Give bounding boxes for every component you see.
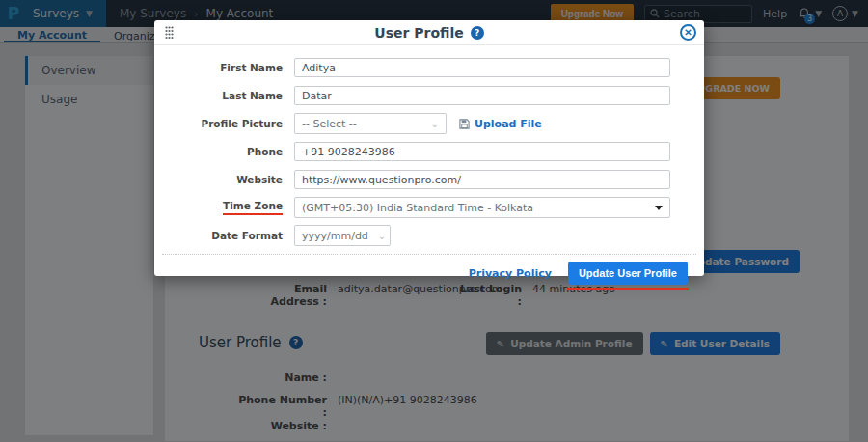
website-label: Website xyxy=(154,174,283,185)
time-zone-label: Time Zone xyxy=(154,200,283,215)
close-icon[interactable]: ✕ xyxy=(680,24,696,41)
modal-footer: Privacy Policy Update User Profile xyxy=(162,254,696,285)
phone-label: Phone xyxy=(154,146,283,157)
phone-input[interactable] xyxy=(294,142,670,161)
chevron-down-icon: ⌄ xyxy=(431,119,439,129)
update-user-profile-button[interactable]: Update User Profile xyxy=(568,262,688,285)
last-name-input[interactable] xyxy=(294,86,670,105)
modal-header: User Profile ? ✕ xyxy=(154,20,704,45)
date-format-select[interactable]: yyyy/mm/dd ⌄ xyxy=(294,225,391,246)
privacy-policy-link[interactable]: Privacy Policy xyxy=(469,267,552,280)
chevron-down-icon: ⌄ xyxy=(378,231,386,241)
help-icon[interactable]: ? xyxy=(471,26,484,40)
user-profile-modal: User Profile ? ✕ First Name Last Name Pr… xyxy=(154,20,704,276)
user-profile-form: First Name Last Name Profile Picture -- … xyxy=(154,45,704,245)
time-zone-select[interactable]: (GMT+05:30) India Standard Time - Kolkat… xyxy=(294,197,670,218)
date-format-label: Date Format xyxy=(154,230,283,241)
last-name-label: Last Name xyxy=(154,90,283,101)
chevron-down-icon xyxy=(655,206,663,210)
profile-picture-select[interactable]: -- Select -- ⌄ xyxy=(294,113,447,134)
first-name-input[interactable] xyxy=(294,58,670,77)
drag-handle-icon[interactable] xyxy=(165,26,174,41)
profile-picture-label: Profile Picture xyxy=(154,118,283,129)
modal-title: User Profile ? xyxy=(374,25,483,41)
website-input[interactable] xyxy=(294,170,670,189)
upload-file-link[interactable]: Upload File xyxy=(459,118,542,130)
first-name-label: First Name xyxy=(154,62,283,73)
floppy-disk-icon xyxy=(459,119,470,129)
